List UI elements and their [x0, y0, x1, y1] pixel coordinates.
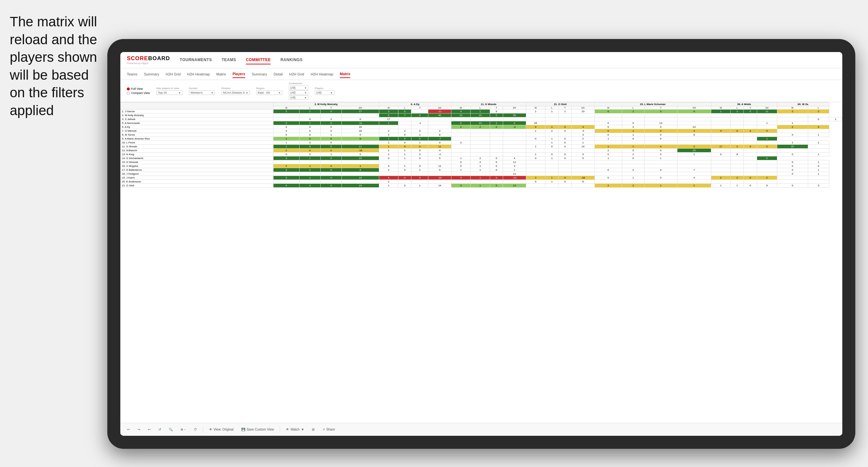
max-players-select[interactable]: Top 25 ▼ — [156, 90, 182, 95]
full-view-radio[interactable] — [127, 88, 130, 90]
col-group-2: 6. A Dy — [379, 102, 451, 106]
max-players-filter: Max players in view Top 25 ▼ — [156, 87, 182, 95]
watch-button[interactable]: 👁 Watch ▼ — [284, 427, 306, 432]
col-t6: T — [744, 106, 757, 110]
subnav-summary1[interactable]: Summary — [144, 70, 159, 78]
table-row: 6. A Dy 30018 220-4 0104 04024 23 — [121, 125, 842, 129]
watch-label: Watch — [290, 428, 300, 431]
subnav-matrix2[interactable]: Matrix — [340, 70, 350, 78]
redo-button[interactable]: ↪ — [135, 427, 142, 432]
subnav-h2hgrid2[interactable]: H2H Grid — [289, 70, 304, 78]
save-custom-button[interactable]: 💾 Save Custom View — [239, 427, 276, 432]
subnav-h2hgrid1[interactable]: H2H Grid — [165, 70, 181, 78]
col-w3: W — [451, 106, 470, 110]
subnav-detail[interactable]: Detail — [274, 70, 283, 78]
col-l2: L — [398, 106, 411, 110]
conf3-chevron-icon: ▼ — [304, 97, 307, 99]
player-name: 12. A Bianchi — [121, 149, 274, 153]
table-row: 3. S Jelinek 020 17 01 — [121, 117, 842, 121]
table-row: 13. N Klug 0010 210-2 1003 0201 08 01 — [121, 153, 842, 156]
tablet-screen: SCOREBOARD Powered by clippd TOURNAMENTS… — [120, 52, 842, 436]
layout-button[interactable]: ⊞ — [310, 427, 316, 432]
player-name: 9. A Maria Jimenez Rios — [121, 137, 274, 141]
nav-committee[interactable]: COMMITTEE — [246, 56, 271, 64]
refresh-icon: ↺ — [158, 428, 161, 431]
subnav-players[interactable]: Players — [232, 70, 245, 78]
col-group-7: 60. W Za — [777, 102, 829, 106]
table-row: 8. M Torres 0010 2018 3 0108 01 — [121, 133, 842, 137]
subnav-matrix1[interactable]: Matrix — [216, 70, 226, 78]
players-select[interactable]: (All) ▼ — [315, 90, 334, 95]
table-row: 21. O Stoll 40019 10114 31014 2211 1109 … — [121, 184, 842, 188]
division-select[interactable]: NCAA Division II ▼ — [221, 90, 250, 95]
logo-area: SCOREBOARD Powered by clippd — [127, 55, 170, 65]
view-original-button[interactable]: 👁 View: Original — [207, 427, 236, 432]
compact-view-radio[interactable] — [127, 92, 130, 95]
player-name: 20. E Andersson — [121, 180, 274, 184]
table-row: 16. X Mcgaha 2101 31011 0103 00 — [121, 164, 842, 168]
conference-select1[interactable]: (All) ▼ — [289, 86, 308, 90]
layout-icon: ⊞ — [312, 428, 314, 431]
subnav-summary2[interactable]: Summary — [252, 70, 267, 78]
col-t1: T — [321, 106, 342, 110]
col-group-5: 23. L Marie Schumac — [594, 102, 711, 106]
nav-tournaments[interactable]: TOURNAMENTS — [180, 56, 212, 64]
refresh-button[interactable]: ↺ — [156, 427, 163, 432]
col-group-3: 11. G Woods — [451, 102, 526, 106]
eye-icon: 👁 — [209, 428, 212, 431]
division-label: Division — [221, 87, 250, 90]
search-button[interactable]: 🔍 — [167, 427, 175, 432]
tablet-bezel: SCOREBOARD Powered by clippd TOURNAMENTS… — [107, 39, 855, 449]
player-name: 10. L Perini — [121, 141, 274, 145]
table-row: 12. A Bianchi 200-18 1104 20025 — [121, 149, 842, 153]
player-name: 18. J Hodgson — [121, 172, 274, 176]
full-view-option[interactable]: Full View — [127, 87, 150, 90]
share-button[interactable]: ↗ Share — [320, 427, 337, 432]
back-button[interactable]: ↩ — [146, 427, 153, 432]
subnav-teams[interactable]: Teams — [127, 70, 137, 78]
annotation-text: The matrix will reload and the players s… — [10, 13, 104, 120]
table-row: 10. L Perini 100 1010 2 101 11 — [121, 141, 842, 145]
player-col-header — [121, 102, 274, 110]
nav-bar: SCOREBOARD Powered by clippd TOURNAMENTS… — [120, 52, 842, 68]
col-w5: W — [594, 106, 622, 110]
player-name: 7. O Mitchell — [121, 129, 274, 133]
conf2-chevron-icon: ▼ — [304, 92, 307, 94]
table-row: 14. S Srichantamit 31016 0105 1204 0105 … — [121, 156, 842, 160]
nav-teams[interactable]: TEAMS — [221, 56, 236, 64]
zoom-button[interactable]: ⊕ − — [179, 427, 188, 432]
matrix-content[interactable]: 2. M Kelly Mulcahy 6. A Dy 11. G Woods 2… — [120, 102, 842, 434]
logo-title: SCOREBOARD — [127, 55, 170, 62]
subnav-h2hheatmap2[interactable]: H2H Heatmap — [311, 70, 333, 78]
col-dif1: Dif — [342, 106, 379, 110]
region-label: Region — [256, 87, 282, 90]
player-name: 3. S Jelinek — [121, 117, 274, 121]
toolbar-divider — [203, 426, 203, 433]
division-chevron-icon: ▼ — [246, 92, 248, 94]
zoom-icon: ⊕ − — [181, 428, 186, 431]
gender-select[interactable]: Women's ▼ — [189, 90, 215, 95]
conference-select3[interactable]: (All) ▼ — [289, 95, 308, 100]
clock-button[interactable]: ⏱ — [192, 427, 199, 432]
logo-subtitle: Powered by clippd — [127, 62, 170, 65]
player-name: 8. M Torres — [121, 133, 274, 137]
player-name: 6. A Dy — [121, 125, 274, 129]
col-w6: W — [711, 106, 731, 110]
col-w7: W — [777, 106, 808, 110]
region-select[interactable]: East - DII ▼ — [256, 90, 282, 95]
subnav-h2hheatmap1[interactable]: H2H Heatmap — [187, 70, 210, 78]
conference-select2[interactable]: (All) ▼ — [289, 90, 308, 95]
filter-bar: Full View Compact View Max players in vi… — [120, 80, 842, 102]
nav-rankings[interactable]: RANKINGS — [280, 56, 303, 64]
player-name: 5. A Nomrowski — [121, 121, 274, 125]
col-dif2: Dif — [428, 106, 452, 110]
conference-filter: Conference (All) ▼ (All) ▼ (All) ▼ — [289, 82, 308, 100]
col-t4: T — [558, 106, 571, 110]
table-row: 2. M Kelly Mulcahy 07040 1010050 — [121, 114, 842, 117]
undo-button[interactable]: ↩ — [125, 427, 132, 432]
col-group-1: 2. M Kelly Mulcahy — [273, 102, 379, 106]
compact-view-option[interactable]: Compact View — [127, 91, 150, 95]
compact-view-label: Compact View — [131, 91, 150, 95]
search-icon: 🔍 — [169, 428, 173, 431]
chevron-down-icon: ▼ — [179, 92, 181, 94]
